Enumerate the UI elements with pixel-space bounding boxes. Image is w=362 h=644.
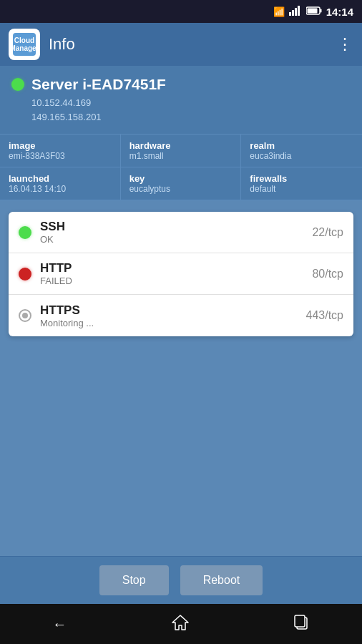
info-cell-launched: launched 16.04.13 14:10	[0, 167, 121, 200]
server-header: Server i-EAD7451F 10.152.44.169 149.165.…	[0, 66, 362, 134]
more-options-icon[interactable]: ⋮	[337, 35, 353, 54]
reboot-button[interactable]: Reboot	[180, 565, 263, 595]
wifi-icon: 📶	[273, 6, 285, 17]
ssh-status: OK	[40, 234, 312, 245]
info-cell-firewalls: firewalls default	[241, 167, 362, 200]
app-logo-text: Cloud Manager	[9, 36, 39, 52]
home-button[interactable]	[157, 609, 203, 640]
status-bar: 📶 14:14	[0, 0, 362, 23]
server-ip1: 10.152.44.169	[31, 97, 91, 108]
https-port: 443/tcp	[306, 309, 343, 322]
http-name: HTTP	[40, 261, 312, 275]
server-status-dot	[11, 78, 24, 91]
info-value-key: eucalyptus	[129, 184, 233, 194]
server-name: Server i-EAD7451F	[31, 76, 166, 93]
svg-rect-6	[307, 8, 317, 13]
info-value-firewalls: default	[250, 184, 353, 194]
info-cell-key: key eucalyptus	[121, 167, 242, 200]
svg-rect-3	[298, 6, 300, 16]
info-label-realm: realm	[250, 140, 353, 151]
battery-icon	[306, 6, 322, 17]
info-value-image: emi-838A3F03	[9, 151, 112, 161]
info-grid: image emi-838A3F03 hardware m1.small rea…	[0, 134, 362, 200]
info-cell-hardware: hardware m1.small	[121, 135, 242, 167]
status-time: 14:14	[326, 6, 353, 18]
nav-bar	[0, 604, 362, 644]
info-label-image: image	[9, 140, 112, 151]
info-label-launched: launched	[9, 173, 112, 184]
back-button[interactable]	[38, 610, 81, 638]
svg-rect-0	[289, 12, 291, 16]
svg-rect-5	[320, 9, 321, 12]
http-info: HTTP FAILED	[40, 261, 312, 286]
service-row-ssh: SSH OK 22/tcp	[9, 212, 353, 253]
services-card: SSH OK 22/tcp HTTP FAILED 80/tcp HTTPS M…	[9, 212, 353, 336]
service-row-https: HTTPS Monitoring ... 443/tcp	[9, 295, 353, 336]
svg-marker-7	[172, 615, 188, 630]
service-row-http: HTTP FAILED 80/tcp	[9, 253, 353, 295]
svg-rect-9	[295, 615, 305, 627]
app-logo: Cloud Manager	[9, 29, 40, 60]
info-value-hardware: m1.small	[129, 151, 233, 161]
info-cell-realm: realm euca3india	[241, 135, 362, 167]
status-icons: 📶 14:14	[273, 6, 353, 18]
app-logo-inner: Cloud Manager	[13, 33, 36, 56]
info-value-launched: 16.04.13 14:10	[9, 184, 112, 194]
https-status: Monitoring ...	[40, 318, 306, 328]
page-title: Info	[49, 35, 337, 54]
https-info: HTTPS Monitoring ...	[40, 303, 306, 328]
http-port: 80/tcp	[312, 268, 343, 280]
server-ip2: 149.165.158.201	[31, 112, 102, 122]
server-name-row: Server i-EAD7451F	[11, 76, 351, 93]
bottom-action-bar: Stop Reboot	[0, 556, 362, 604]
ssh-info: SSH OK	[40, 220, 312, 245]
http-status: FAILED	[40, 275, 312, 286]
svg-rect-1	[292, 10, 294, 16]
ssh-port: 22/tcp	[312, 226, 343, 239]
https-name: HTTPS	[40, 303, 306, 318]
server-ips: 10.152.44.169 149.165.158.201	[31, 96, 351, 124]
info-label-firewalls: firewalls	[250, 173, 353, 184]
ssh-status-indicator	[19, 226, 31, 239]
stop-button[interactable]: Stop	[99, 565, 169, 595]
ssh-name: SSH	[40, 220, 312, 234]
info-value-realm: euca3india	[250, 151, 353, 161]
info-label-key: key	[129, 173, 233, 184]
http-status-indicator	[19, 268, 31, 280]
app-bar: Cloud Manager Info ⋮	[0, 23, 362, 66]
svg-rect-2	[295, 8, 297, 16]
recents-button[interactable]	[280, 609, 324, 640]
signal-icon	[289, 6, 302, 18]
info-label-hardware: hardware	[129, 140, 233, 151]
https-status-indicator	[19, 309, 31, 322]
info-cell-image: image emi-838A3F03	[0, 135, 121, 167]
